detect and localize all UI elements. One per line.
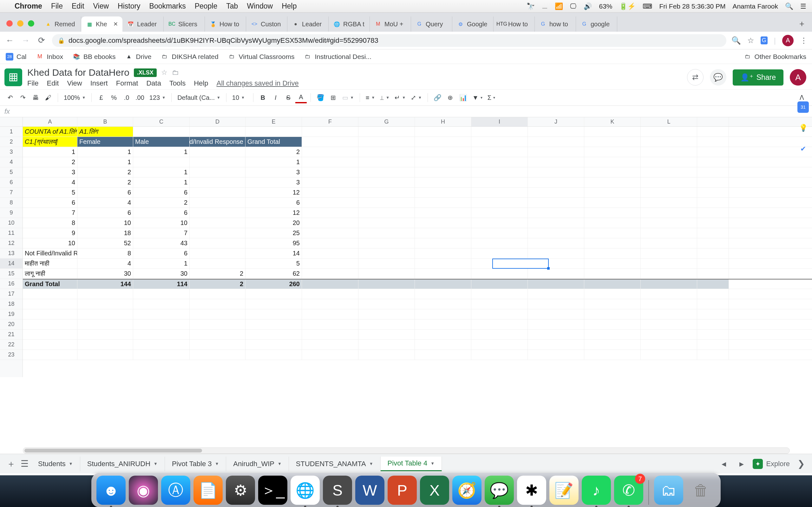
cell[interactable]: [302, 218, 358, 228]
cell[interactable]: [302, 350, 358, 360]
sheet-tab-menu-icon[interactable]: ▼: [69, 461, 73, 466]
cell[interactable]: 1: [133, 177, 190, 187]
cell[interactable]: [471, 248, 528, 258]
cell[interactable]: 2: [190, 279, 246, 289]
cell[interactable]: [415, 137, 471, 147]
col-header[interactable]: L: [641, 117, 697, 126]
cell[interactable]: [528, 218, 584, 228]
cell[interactable]: [641, 350, 697, 360]
cell[interactable]: [190, 320, 246, 329]
select-all-corner[interactable]: [0, 117, 22, 127]
cell[interactable]: [697, 289, 729, 299]
sm-data[interactable]: Data: [146, 79, 161, 88]
cell[interactable]: [697, 269, 729, 279]
cell[interactable]: [528, 228, 584, 238]
chrome-menu-icon[interactable]: ⋮: [800, 36, 808, 45]
display-icon[interactable]: 🖵: [570, 3, 577, 10]
h-scrollbar[interactable]: [23, 447, 790, 454]
col-header[interactable]: E: [246, 117, 302, 126]
cell[interactable]: 52: [78, 238, 133, 248]
cell[interactable]: 3: [246, 167, 302, 177]
cell[interactable]: [471, 157, 528, 167]
cell[interactable]: 1: [78, 147, 133, 157]
cell[interactable]: [302, 167, 358, 177]
row-header[interactable]: 12: [0, 238, 22, 248]
cell[interactable]: [23, 320, 78, 329]
window-min-icon[interactable]: [17, 20, 23, 26]
cell[interactable]: [697, 330, 729, 339]
merge-icon[interactable]: ▭▼: [340, 94, 356, 101]
cell[interactable]: 6: [246, 198, 302, 208]
sheet-tab[interactable]: Pivot Table 3▼: [165, 457, 226, 471]
browser-tab[interactable]: MMoU +: [370, 16, 411, 32]
cell[interactable]: [190, 259, 246, 268]
cell[interactable]: [641, 208, 697, 218]
cell[interactable]: [584, 167, 641, 177]
sm-tools[interactable]: Tools: [169, 79, 186, 88]
cell[interactable]: [415, 248, 471, 258]
sheet-tab-menu-icon[interactable]: ▼: [215, 461, 219, 466]
cell[interactable]: [641, 198, 697, 208]
back-button[interactable]: ←: [4, 35, 15, 46]
cell[interactable]: [190, 177, 246, 187]
cell[interactable]: [584, 289, 641, 299]
cell[interactable]: [471, 259, 528, 268]
browser-tab[interactable]: Ggoogle: [576, 16, 617, 32]
cell[interactable]: [415, 340, 471, 349]
sheet-tab-menu-icon[interactable]: ▼: [277, 461, 282, 466]
cell[interactable]: [415, 299, 471, 309]
cell[interactable]: [584, 127, 641, 136]
row-header[interactable]: 6: [0, 177, 22, 187]
cell[interactable]: [190, 299, 246, 309]
cell[interactable]: 6: [133, 208, 190, 218]
sheets-logo-icon[interactable]: [4, 68, 22, 86]
bookmark-bb[interactable]: 📚BB ebooks: [72, 53, 116, 60]
cell[interactable]: 1: [246, 157, 302, 167]
sm-file[interactable]: File: [27, 79, 38, 88]
cell[interactable]: [302, 147, 358, 157]
col-header[interactable]: C: [133, 117, 190, 126]
dock-spotify-icon[interactable]: ♪: [582, 475, 611, 505]
cell[interactable]: 144: [78, 279, 133, 289]
cell[interactable]: [641, 330, 697, 339]
sheet-tab-menu-icon[interactable]: ▼: [154, 461, 158, 466]
cell[interactable]: [302, 137, 358, 147]
cell[interactable]: [697, 299, 729, 309]
sheet-tab[interactable]: Anirudh_WIP▼: [226, 457, 289, 471]
cell[interactable]: 260: [246, 279, 302, 289]
cell[interactable]: [471, 269, 528, 279]
cell[interactable]: लागू नाही: [23, 269, 78, 279]
cell[interactable]: [641, 127, 697, 136]
other-bookmarks[interactable]: 🗀Other Bookmarks: [744, 53, 806, 60]
browser-tab[interactable]: HTGHow to: [494, 16, 535, 32]
cell[interactable]: [471, 177, 528, 187]
cell[interactable]: 1: [78, 157, 133, 167]
cell[interactable]: [358, 279, 415, 289]
row-header[interactable]: 20: [0, 320, 22, 330]
row-header[interactable]: 2: [0, 137, 22, 147]
cell[interactable]: [471, 208, 528, 218]
bookmark-vc[interactable]: 🗀Virtual Classrooms: [228, 53, 295, 60]
cell[interactable]: [641, 259, 697, 268]
halign-icon[interactable]: ≡▼: [364, 94, 377, 101]
cell[interactable]: [133, 299, 190, 309]
cell[interactable]: [584, 177, 641, 187]
cell[interactable]: 1: [23, 147, 78, 157]
cell[interactable]: [302, 259, 358, 268]
cell[interactable]: 1: [133, 147, 190, 157]
browser-tab[interactable]: 🌐RGBA t: [328, 16, 370, 32]
cell[interactable]: [528, 269, 584, 279]
cell[interactable]: 10: [133, 218, 190, 228]
cell[interactable]: [641, 340, 697, 349]
cell[interactable]: [133, 350, 190, 360]
cell[interactable]: 25: [246, 228, 302, 238]
add-sheet-button[interactable]: ＋: [4, 457, 18, 470]
dock-appstore-icon[interactable]: Ⓐ: [161, 475, 190, 505]
cell[interactable]: [246, 340, 302, 349]
dock-trash-icon[interactable]: 🗑: [687, 475, 716, 505]
cell[interactable]: [528, 127, 584, 136]
cell[interactable]: [190, 350, 246, 360]
row-header[interactable]: 13: [0, 248, 22, 259]
menu-bookmarks[interactable]: Bookmarks: [149, 2, 186, 10]
cell[interactable]: [641, 309, 697, 319]
